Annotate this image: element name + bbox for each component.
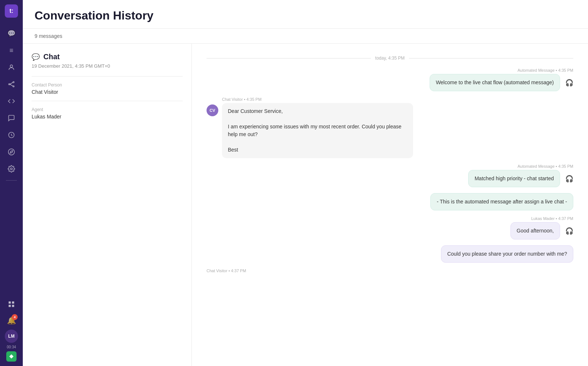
sidebar-bottom: 🔔 4 LM 00:34	[4, 297, 18, 362]
svg-point-0	[10, 65, 13, 67]
message-group-5: Lukas Mader • 4:37 PM Good afternoon, 🎧	[207, 216, 573, 239]
message-group-2: Chat Visitor • 4:35 PM Dear Customer Ser…	[222, 97, 413, 158]
messages-count: 9 messages	[23, 29, 588, 44]
left-panel: 💬 Chat 19 December 2021, 4:35 PM GMT+0 C…	[23, 44, 192, 366]
svg-marker-13	[9, 354, 14, 359]
grid-icon[interactable]	[4, 297, 18, 311]
svg-point-1	[9, 83, 10, 85]
app-logo[interactable]: t:	[5, 4, 18, 18]
svg-marker-7	[10, 150, 12, 153]
message-group-1: Automated Message • 4:35 PM Welcome to t…	[207, 68, 573, 91]
sidebar-item-contacts[interactable]	[4, 60, 18, 74]
avatar-initials: LM	[8, 334, 14, 339]
message-bubble-6: Could you please share your order number…	[441, 245, 573, 263]
svg-point-6	[8, 149, 15, 155]
chat-label: Chat	[43, 53, 60, 61]
headphone-icon-5: 🎧	[565, 227, 573, 235]
headphone-icon-1: 🎧	[565, 79, 573, 87]
sidebar-item-conversations[interactable]	[4, 111, 18, 125]
svg-rect-10	[12, 302, 14, 304]
sidebar-item-flows[interactable]	[4, 77, 18, 91]
message-group-3: Automated Message • 4:35 PM Matched high…	[207, 164, 573, 187]
bubble-row-3: Matched high priority - chat started 🎧	[468, 170, 573, 187]
message-row-7: Chat Visitor • 4:37 PM	[207, 269, 573, 274]
message-meta-3: Automated Message • 4:35 PM	[517, 164, 573, 168]
message-group-4: - This is the automated message after as…	[207, 193, 573, 210]
notification-badge: 4	[12, 314, 18, 320]
sidebar-item-explore[interactable]	[4, 145, 18, 159]
svg-line-4	[10, 82, 13, 84]
chat-header: 💬 Chat	[32, 53, 183, 61]
sidebar-divider	[6, 180, 17, 181]
message-bubble-2: Dear Customer Service,I am experiencing …	[222, 103, 413, 158]
svg-line-5	[10, 84, 13, 86]
message-bubble-1: Welcome to the live chat flow (automated…	[430, 74, 560, 91]
sidebar-item-chat[interactable]: 💬	[4, 26, 18, 40]
sidebar-item-code[interactable]	[4, 94, 18, 108]
bubble-row-5: Good afternoon, 🎧	[510, 222, 573, 239]
header: Conversation History	[23, 0, 588, 29]
user-avatar[interactable]: LM	[5, 330, 18, 343]
sidebar-item-list[interactable]: ≡	[4, 43, 18, 57]
message-bubble-3: Matched high priority - chat started	[468, 170, 560, 187]
content-area: 💬 Chat 19 December 2021, 4:35 PM GMT+0 C…	[23, 44, 588, 366]
contact-person-label: Contact Person	[32, 82, 183, 88]
chat-panel: today, 4:35 PM Automated Message • 4:35 …	[192, 44, 588, 366]
svg-point-2	[13, 82, 14, 83]
bubble-row-1: Welcome to the live chat flow (automated…	[430, 74, 573, 91]
date-separator: today, 4:35 PM	[207, 56, 573, 61]
agent-value: Lukas Mader	[32, 114, 183, 120]
chat-type-icon: 💬	[32, 53, 40, 61]
svg-rect-9	[9, 302, 11, 304]
logo-text: t:	[10, 8, 14, 14]
chat-date: 19 December 2021, 4:35 PM GMT+0	[32, 63, 183, 69]
date-separator-text: today, 4:35 PM	[375, 56, 405, 61]
contact-person-value: Chat Visitor	[32, 89, 183, 95]
svg-point-3	[13, 86, 14, 87]
message-row-2: CV Chat Visitor • 4:35 PM Dear Customer …	[207, 97, 573, 158]
divider-2	[32, 101, 183, 101]
notification-bell[interactable]: 🔔 4	[4, 313, 18, 327]
message-meta-1: Automated Message • 4:35 PM	[517, 68, 573, 72]
sidebar-item-analytics[interactable]	[4, 128, 18, 142]
status-indicator[interactable]	[6, 351, 17, 362]
message-meta-2: Chat Visitor • 4:35 PM	[222, 97, 413, 102]
svg-point-8	[11, 168, 12, 170]
svg-rect-11	[9, 305, 11, 307]
message-meta-7: Chat Visitor • 4:37 PM	[207, 269, 246, 273]
agent-label: Agent	[32, 107, 183, 112]
timer-display: 00:34	[7, 345, 16, 349]
main-content: Conversation History 9 messages 💬 Chat 1…	[23, 0, 588, 366]
headphone-icon-3: 🎧	[565, 175, 573, 183]
visitor-avatar: CV	[207, 104, 218, 116]
message-meta-5: Lukas Mader • 4:37 PM	[531, 216, 573, 221]
message-bubble-5: Good afternoon,	[510, 222, 560, 239]
message-group-6: Could you please share your order number…	[207, 245, 573, 263]
svg-rect-12	[12, 305, 14, 307]
sidebar: t: 💬 ≡ 🔔 4 LM 00:34	[0, 0, 23, 366]
divider-1	[32, 76, 183, 77]
message-bubble-4: - This is the automated message after as…	[430, 193, 573, 210]
page-title: Conversation History	[35, 9, 576, 22]
sidebar-item-settings[interactable]	[4, 162, 18, 176]
